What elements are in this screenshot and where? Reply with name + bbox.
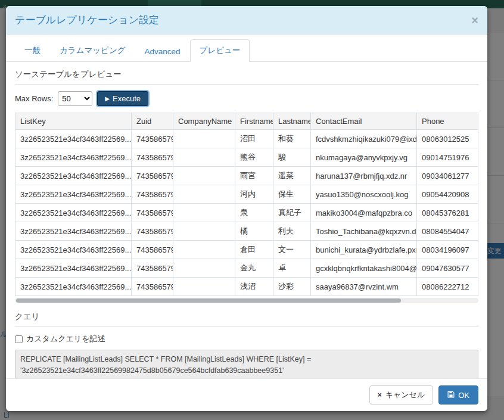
table-cell: 和葵 bbox=[273, 130, 311, 148]
column-header: ContactEmail bbox=[311, 113, 417, 130]
table-cell: 743586579 bbox=[132, 259, 173, 278]
table-row: 3z26523521e34cf3463ff22569...743586579沼田… bbox=[15, 130, 478, 148]
tab-column-mapping[interactable]: カラムマッピング bbox=[50, 39, 135, 62]
table-row: 3z26523521e34cf3463ff22569...743586579橘利… bbox=[15, 222, 478, 241]
table-cell: 08045376281 bbox=[417, 204, 478, 222]
table-cell: 09054420908 bbox=[417, 185, 478, 204]
dialog-body: ソーステーブルをプレビュー Max Rows: 50 ▶ Execute Lis… bbox=[6, 62, 487, 378]
column-header: Lastname bbox=[273, 113, 311, 130]
table-row: 3z26523521e34cf3463ff22569...743586579熊谷… bbox=[15, 148, 478, 167]
table-cell: 泉 bbox=[235, 204, 273, 222]
dialog-header: テーブルレプリケーション設定 × bbox=[6, 6, 487, 35]
custom-query-checkbox[interactable] bbox=[15, 335, 23, 343]
table-cell: 保生 bbox=[273, 185, 311, 204]
column-header: CompanyName bbox=[173, 113, 235, 130]
column-header: ListKey bbox=[15, 113, 132, 130]
table-cell bbox=[173, 241, 235, 259]
table-cell: makiko3004@mafqpzbra.co bbox=[311, 204, 417, 222]
table-header-row: ListKeyZuidCompanyNameFirstnameLastnameC… bbox=[15, 113, 478, 130]
execute-button[interactable]: ▶ Execute bbox=[97, 91, 148, 106]
max-rows-select[interactable]: 50 bbox=[58, 91, 92, 106]
table-cell: 3z26523521e34cf3463ff22569... bbox=[15, 148, 132, 167]
table-cell: 3z26523521e34cf3463ff22569... bbox=[15, 222, 132, 241]
horizontal-scrollbar-thumb[interactable] bbox=[16, 298, 401, 303]
table-cell: 3z26523521e34cf3463ff22569... bbox=[15, 130, 132, 148]
table-cell: 倉田 bbox=[235, 241, 273, 259]
table-cell: 卓 bbox=[273, 259, 311, 278]
tab-general[interactable]: 一般 bbox=[15, 39, 50, 62]
execute-button-label: Execute bbox=[113, 94, 141, 103]
table-row: 3z26523521e34cf3463ff22569...743586579河内… bbox=[15, 185, 478, 204]
table-cell bbox=[173, 167, 235, 185]
tab-advanced[interactable]: Advanced bbox=[135, 41, 190, 62]
table-cell: Toshio_Tachibana@kqxzvn.dx bbox=[311, 222, 417, 241]
table-cell: 743586579 bbox=[132, 241, 173, 259]
tab-preview[interactable]: プレビュー bbox=[190, 39, 250, 62]
query-textarea[interactable]: REPLICATE [MailingListLeads] SELECT * FR… bbox=[15, 350, 478, 378]
ok-button-label: OK bbox=[458, 391, 469, 400]
table-cell: 駿 bbox=[273, 148, 311, 167]
preview-table-body: 3z26523521e34cf3463ff22569...743586579沼田… bbox=[15, 130, 478, 296]
dialog-title: テーブルレプリケーション設定 bbox=[15, 13, 159, 27]
table-cell: 743586579 bbox=[132, 222, 173, 241]
table-cell: gcxklqbnqkrfkntakashi8004@i... bbox=[311, 259, 417, 278]
table-row: 3z26523521e34cf3463ff22569...743586579泉真… bbox=[15, 204, 478, 222]
table-cell: 743586579 bbox=[132, 278, 173, 296]
table-cell: 08063012525 bbox=[417, 130, 478, 148]
cancel-button[interactable]: × キャンセル bbox=[369, 385, 434, 405]
table-cell: 3z26523521e34cf3463ff22569... bbox=[15, 259, 132, 278]
table-cell: 3z26523521e34cf3463ff22569... bbox=[15, 241, 132, 259]
table-cell bbox=[173, 148, 235, 167]
horizontal-scrollbar-track[interactable] bbox=[15, 298, 478, 303]
table-cell: 08034196097 bbox=[417, 241, 478, 259]
custom-query-row: カスタムクエリを記述 bbox=[15, 334, 478, 344]
table-cell: 橘 bbox=[235, 222, 273, 241]
column-header: Firstname bbox=[235, 113, 273, 130]
table-cell: 743586579 bbox=[132, 204, 173, 222]
table-row: 3z26523521e34cf3463ff22569...743586579倉田… bbox=[15, 241, 478, 259]
table-cell: 真紀子 bbox=[273, 204, 311, 222]
table-cell: 09047630577 bbox=[417, 259, 478, 278]
cancel-button-label: キャンセル bbox=[385, 390, 425, 400]
table-cell: 743586579 bbox=[132, 167, 173, 185]
table-cell: 熊谷 bbox=[235, 148, 273, 167]
table-cell: 3z26523521e34cf3463ff22569... bbox=[15, 185, 132, 204]
query-section: クエリ カスタムクエリを記述 REPLICATE [MailingListLea… bbox=[15, 312, 478, 378]
table-cell: 743586579 bbox=[132, 130, 173, 148]
table-cell: 743586579 bbox=[132, 185, 173, 204]
close-icon[interactable]: × bbox=[471, 14, 478, 26]
table-cell: 743586579 bbox=[132, 148, 173, 167]
table-cell bbox=[173, 130, 235, 148]
table-row: 3z26523521e34cf3463ff22569...743586579浅沼… bbox=[15, 278, 478, 296]
table-cell: 河内 bbox=[235, 185, 273, 204]
table-cell: 利夫 bbox=[273, 222, 311, 241]
ok-button[interactable]: OK bbox=[438, 385, 478, 405]
table-cell: haruna137@rbmjfjq.xdz.nr bbox=[311, 167, 417, 185]
dialog-footer: × キャンセル OK bbox=[6, 378, 487, 411]
table-row: 3z26523521e34cf3463ff22569...743586579雨宮… bbox=[15, 167, 478, 185]
table-cell bbox=[173, 278, 235, 296]
table-row: 3z26523521e34cf3463ff22569...743586579金丸… bbox=[15, 259, 478, 278]
preview-section-title: ソーステーブルをプレビュー bbox=[15, 69, 478, 85]
table-cell: 沙彩 bbox=[273, 278, 311, 296]
table-cell: 雨宮 bbox=[235, 167, 273, 185]
preview-controls: Max Rows: 50 ▶ Execute bbox=[15, 91, 478, 106]
table-cell: yasuo1350@noscxoolj.kog bbox=[311, 185, 417, 204]
table-cell: nkumagaya@anyvkpxjy.vg bbox=[311, 148, 417, 167]
query-section-title: クエリ bbox=[15, 312, 478, 327]
max-rows-label: Max Rows: bbox=[15, 94, 53, 103]
save-icon bbox=[447, 391, 455, 400]
table-cell: fcdvshkmzhiqikazuki079@ixd... bbox=[311, 130, 417, 148]
preview-table: ListKeyZuidCompanyNameFirstnameLastnameC… bbox=[15, 113, 478, 296]
column-header: Phone bbox=[417, 113, 478, 130]
table-cell bbox=[173, 259, 235, 278]
table-cell: 09014751976 bbox=[417, 148, 478, 167]
table-cell bbox=[173, 185, 235, 204]
table-cell: bunichi_kurata@ydrbzlafe.pxr bbox=[311, 241, 417, 259]
custom-query-label: カスタムクエリを記述 bbox=[26, 334, 105, 344]
table-cell: 文一 bbox=[273, 241, 311, 259]
table-cell: 浅沼 bbox=[235, 278, 273, 296]
table-cell: saaya96837@rvzint.wm bbox=[311, 278, 417, 296]
table-replication-settings-dialog: テーブルレプリケーション設定 × 一般 カラムマッピング Advanced プレ… bbox=[6, 6, 487, 411]
table-cell: 遥菜 bbox=[273, 167, 311, 185]
